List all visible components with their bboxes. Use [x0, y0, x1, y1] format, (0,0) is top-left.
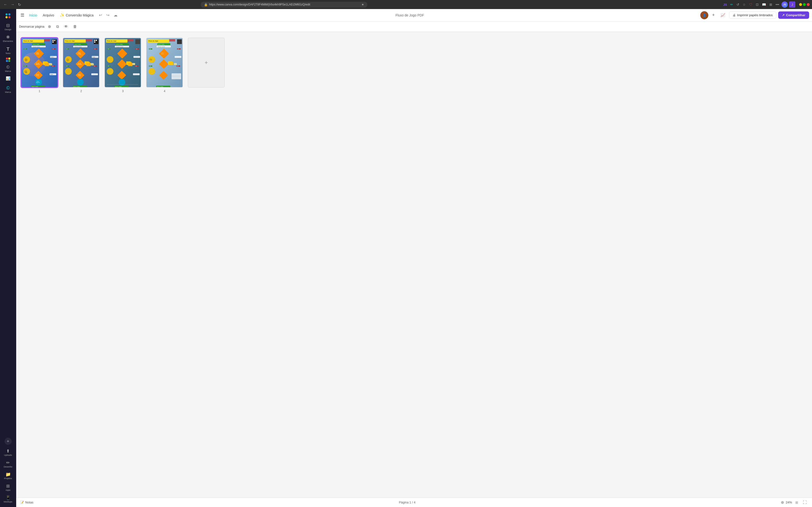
back-button[interactable]: ←	[2, 2, 9, 7]
svg-rect-105	[135, 39, 140, 44]
magic-conversion-button[interactable]: ✨ Conversão Mágica	[57, 11, 96, 19]
close-button[interactable]	[807, 3, 810, 6]
svg-rect-7	[52, 40, 54, 41]
svg-text:Passo: Passo	[37, 81, 39, 82]
page-num-4: 4	[164, 90, 165, 93]
svg-rect-85	[87, 63, 91, 66]
sidebar-item-elementos[interactable]: ❋ Elementos	[0, 33, 16, 44]
page-thumb-2[interactable]: Fluxo de Jogo INÍCIO TURNO Comprar encar…	[63, 38, 100, 88]
svg-text:Posição: Posição	[78, 54, 81, 55]
uploads-icon: ⬆	[6, 449, 10, 453]
sidebar-item-desenho[interactable]: ✏ Desenho	[0, 459, 16, 470]
split-view-button[interactable]: ⊡	[755, 2, 760, 7]
svg-rect-138	[177, 39, 182, 44]
svg-text:Energia: Energia	[78, 63, 81, 64]
page-thumb-4[interactable]: Fluxo de Jogo INÍCIO TURNO Comprar encar…	[146, 38, 183, 88]
sidebar-item-projetos[interactable]: 📁 Projetos	[0, 470, 16, 482]
page-thumb-add[interactable]: +	[188, 38, 225, 88]
svg-rect-136	[169, 39, 175, 41]
redo-button[interactable]: ↪	[104, 11, 111, 19]
page-item-3[interactable]: Fluxo de Jogo INÍCIO TURNO Comprar encar…	[104, 38, 141, 93]
svg-rect-120	[128, 63, 133, 66]
zoom-percentage: 24%	[786, 501, 792, 504]
add-sidebar-button[interactable]: +	[4, 438, 12, 445]
more-button[interactable]: •••	[775, 2, 780, 7]
maximize-button[interactable]	[803, 3, 806, 6]
sidebar-item-uploads[interactable]: ⬆ Uploads	[0, 447, 16, 458]
sidebar-item-apps[interactable]: ⊞ Apps	[0, 482, 16, 493]
status-center: Página 1 / 4	[35, 501, 779, 504]
sidebar-item-chart[interactable]: 📊	[0, 75, 16, 83]
svg-point-97	[77, 79, 84, 86]
page-item-4[interactable]: Fluxo de Jogo INÍCIO TURNO Comprar encar…	[146, 38, 183, 93]
page-thumb-1[interactable]: Fluxo de Jogo INÍCIO	[21, 38, 58, 88]
undo-button[interactable]: ↩	[97, 11, 104, 19]
design-icon: ⊟	[6, 23, 10, 27]
app-container: ⊟ Design ❋ Elementos T Texto © Marca 📊	[0, 9, 812, 507]
page-num-add	[206, 90, 207, 93]
favorites-button[interactable]: ☆	[742, 2, 747, 7]
analytics-button[interactable]: 📈	[719, 11, 727, 19]
svg-rect-116	[134, 56, 140, 58]
svg-text:NÃO: NÃO	[94, 65, 96, 67]
fullscreen-button[interactable]: ⛶	[802, 499, 808, 506]
svg-text:Tomar: Tomar	[78, 52, 81, 53]
page-num-1: 1	[39, 90, 40, 93]
svg-rect-153	[174, 56, 181, 58]
svg-rect-61	[96, 40, 97, 41]
sidebar-item-texto[interactable]: T Texto	[0, 45, 16, 56]
shield-icon[interactable]: 🛡	[748, 2, 753, 7]
sidebar-item-mockups[interactable]: 📱 Mockups	[0, 494, 16, 505]
color-swatch-red	[6, 58, 8, 59]
projetos-icon: 📁	[5, 472, 11, 476]
user-avatar-editor[interactable]: 👤	[700, 11, 708, 19]
print-branded-button[interactable]: 🖨 Imprimir papéis timbrados	[729, 11, 776, 19]
color-swatch-yellow	[8, 58, 10, 59]
cloud-save-button[interactable]: ☁	[112, 11, 119, 19]
delete-page-button[interactable]: 🗑	[71, 23, 79, 30]
page-item-add[interactable]: +	[188, 38, 225, 93]
svg-text:Tomar: Tomar	[36, 52, 39, 53]
user-avatar[interactable]: JS	[781, 1, 788, 8]
svg-text:Finalizar: Finalizar	[50, 74, 53, 75]
page-thumb-3[interactable]: Fluxo de Jogo INÍCIO TURNO Comprar encar…	[104, 38, 141, 88]
page-3-svg: Fluxo de Jogo INÍCIO TURNO Comprar encar…	[105, 38, 141, 88]
profile-button[interactable]: J	[789, 1, 795, 8]
reading-list-button[interactable]: 📖	[761, 2, 767, 7]
sidebar-item-design[interactable]: ⊟ Design	[0, 21, 16, 33]
add-collaborator-button[interactable]: +	[710, 11, 717, 19]
address-bar[interactable]: 🔒 https://www.canva.com/design/DAF2T8F4M…	[201, 2, 367, 8]
zoom-slider-dot[interactable]	[781, 501, 784, 504]
svg-text:SIM: SIM	[149, 66, 151, 67]
texto-icon: T	[6, 47, 9, 51]
sidebar-item-marca[interactable]: © Marca	[0, 63, 16, 74]
svg-text:Comprar encarta: Comprar encarta	[116, 46, 123, 47]
extensions-button[interactable]: JS	[722, 2, 728, 7]
svg-text:Seguinte: Seguinte	[36, 82, 40, 83]
hamburger-button[interactable]: ☰	[19, 11, 26, 19]
page-item-2[interactable]: Fluxo de Jogo INÍCIO TURNO Comprar encar…	[63, 38, 100, 93]
svg-rect-121	[132, 63, 135, 65]
arquivo-nav-link[interactable]: Arquivo	[40, 12, 56, 18]
svg-rect-10	[54, 40, 55, 40]
grid-view-button[interactable]: ⊞	[794, 500, 800, 505]
add-page-toolbar-button[interactable]: ⊕	[46, 23, 53, 30]
minimize-button[interactable]	[799, 3, 802, 6]
main-canvas-area[interactable]: Fluxo de Jogo INÍCIO	[16, 32, 812, 498]
refresh-button[interactable]: ↻	[17, 2, 22, 7]
inicio-nav-link[interactable]: Início	[27, 12, 39, 18]
sidebar: ⊟ Design ❋ Elementos T Texto © Marca 📊	[0, 9, 16, 507]
copy-page-button[interactable]: ⧉	[55, 23, 60, 30]
toggle-visibility-button[interactable]: 👁	[62, 23, 69, 30]
apps-button[interactable]: ⊞	[768, 2, 773, 7]
bookmark-button[interactable]: ↺	[735, 2, 740, 7]
svg-text:SIM: SIM	[108, 66, 109, 67]
status-left: 📝 Notas	[20, 501, 33, 504]
page-item-1[interactable]: Fluxo de Jogo INÍCIO	[21, 38, 58, 93]
share-button[interactable]: ↗ Compartilhar	[778, 11, 809, 19]
pen-button[interactable]: ✏	[729, 2, 734, 7]
sidebar-item-canva-logo[interactable]: © Marca	[0, 83, 16, 95]
forward-button[interactable]: →	[9, 2, 16, 7]
main-toolbar: ☰ Início Arquivo ✨ Conversão Mágica ↩ ↪ …	[16, 9, 812, 21]
svg-text:Comprar encarta: Comprar encarta	[33, 46, 40, 47]
